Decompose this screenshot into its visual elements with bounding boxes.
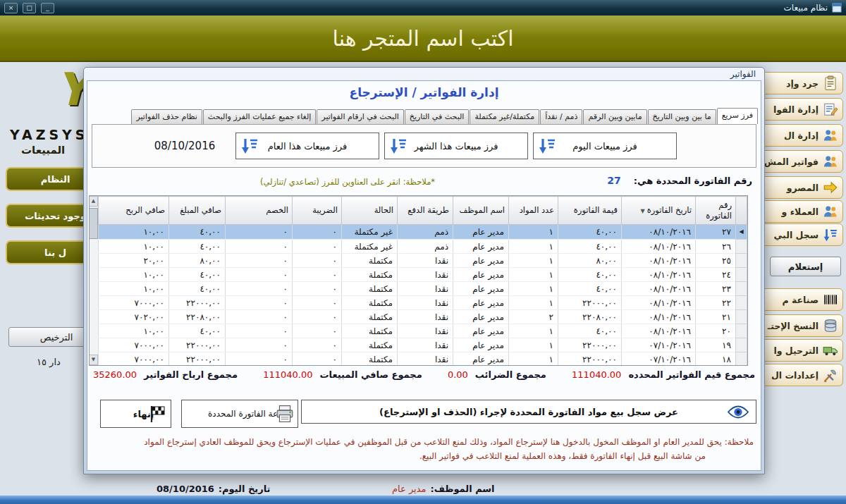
invoice-row[interactable]: ٢١٠٨/١٠/٢٠١٦٢٢٠٨٠,٠٠٢مدير عامنقدامكتملة٠… <box>99 310 747 324</box>
cell: ٠ <box>293 324 342 338</box>
cell: ٤٠,٠٠ <box>558 268 622 282</box>
tab[interactable]: نظام حذف الفواتير <box>131 109 202 124</box>
invoice-row[interactable]: ◀٢٧٠٨/١٠/٢٠١٦٤٠,٠٠١مدير عامذممغير مكتملة… <box>99 225 747 240</box>
column-header[interactable]: صافي المبلغ <box>169 197 226 225</box>
scroll-down-icon[interactable]: ▼ <box>89 355 98 365</box>
close-button[interactable]: × <box>4 3 18 13</box>
tab[interactable]: إلغاء جميع عمليات الفرز والبحث <box>203 109 316 124</box>
inventory-icon <box>823 75 838 91</box>
cell: مدير عام <box>453 338 509 352</box>
cell: ١٨ <box>696 352 736 367</box>
cell: ٠ <box>293 240 342 254</box>
column-header[interactable]: تاريخ الفاتورة▼ <box>622 197 696 225</box>
query-button[interactable]: إستعلام <box>770 257 841 276</box>
dialog-title: الفواتير <box>730 69 756 79</box>
total-label: مجموع صافي المبيعات <box>319 369 422 380</box>
invoice-row[interactable]: ٢٣٠٨/١٠/٢٠١٦٤٠,٠٠١مدير عامنقدامكتملة٠٠٤٠… <box>99 282 747 296</box>
grid-scrollbar[interactable]: ▲ ▼ <box>89 196 98 365</box>
window-controls: ×□_ <box>4 3 54 13</box>
cell: ٠ <box>293 268 342 282</box>
invoice-row[interactable]: ٢٥٠٨/١٠/٢٠١٦٨٠,٠٠١مدير عامنقدامكتملة٠٠٨٠… <box>99 254 747 268</box>
cell: ٢ <box>509 310 558 324</box>
column-header[interactable]: الحالة <box>342 197 398 225</box>
tab[interactable]: مكتملة/غير مكتملة <box>470 109 539 124</box>
column-header[interactable]: رقم الفاتورة <box>696 197 736 225</box>
cell: ٢٢٠٠٠,٠٠ <box>169 338 226 352</box>
date-status: تاريخ اليوم: 08/10/2016 <box>157 484 270 494</box>
cell: مدير عام <box>453 296 509 310</box>
column-header[interactable]: الضريبة <box>293 197 342 225</box>
minimize-button[interactable]: _ <box>41 3 54 13</box>
invoice-row[interactable]: ٢٦٠٨/١٠/٢٠١٦٤٠,٠٠١مدير عامذممغير مكتملة٠… <box>99 240 747 254</box>
scroll-up-icon[interactable]: ▲ <box>89 196 98 207</box>
employee-label: اسم الموظف: <box>430 484 494 494</box>
cell: ٠ <box>226 225 293 240</box>
print-invoice-button[interactable]: طباعة الفاتورة المحددة <box>181 400 298 428</box>
column-header[interactable]: اسم الموظف <box>453 197 509 225</box>
cell: ٠ <box>226 310 293 324</box>
cell: مكتملة <box>342 268 398 282</box>
invoice-row[interactable]: ٢٢٠٨/١٠/٢٠١٦٢٢٠٠٠,٠٠١مدير عامنقدامكتملة٠… <box>99 296 747 310</box>
column-header[interactable]: قيمة الفاتورة <box>558 197 622 225</box>
sidebar-item-label: جرد وإد <box>786 78 819 89</box>
note-line-2: من شاشة البيع قبل إنهاء الفاتورة فقط، وه… <box>94 450 706 464</box>
cell: مدير عام <box>453 282 509 296</box>
tab[interactable]: مابين وبين الرقم <box>583 109 646 124</box>
tab[interactable]: البحث في ارقام الفواتير <box>317 109 404 124</box>
column-header[interactable]: طريقة الدفع <box>398 197 453 225</box>
column-header[interactable]: صافي الربح <box>99 197 169 225</box>
users-icon <box>823 128 838 143</box>
cell: مدير عام <box>453 268 509 282</box>
cell: ٢٢٠٠٠,٠٠ <box>169 352 226 367</box>
sort-month-button[interactable]: فرز مبيعات هذا الشهر <box>384 133 528 159</box>
version-text: دار ١٥ <box>37 357 61 367</box>
row-indicator <box>736 338 747 352</box>
maximize-button[interactable]: □ <box>23 3 36 13</box>
cell: نقدا <box>398 254 453 268</box>
total-group: مجموع الضرائب0.00 <box>448 369 546 380</box>
cell: ٤٠,٠٠ <box>169 268 226 282</box>
cell: مكتملة <box>342 324 398 338</box>
finish-button[interactable]: إنهاء <box>100 400 171 428</box>
scroll-thumb[interactable] <box>89 208 98 239</box>
sort-year-button[interactable]: فرز مبيعات هذا العام <box>235 133 379 159</box>
bottom-bar <box>0 496 846 504</box>
cell: مدير عام <box>453 352 509 367</box>
cell: مدير عام <box>453 310 509 324</box>
tab[interactable]: ما بين وبين التاريخ <box>648 109 716 124</box>
column-header[interactable]: الخصم <box>226 197 293 225</box>
total-value: 35260.00 <box>93 369 137 380</box>
tab[interactable]: فرز سريع <box>717 108 758 124</box>
row-indicator <box>736 282 747 296</box>
tab[interactable]: ذمم / نقداً <box>540 109 582 124</box>
cell: ٢٢٠٠٠,٠٠ <box>558 352 622 367</box>
sales-log-icon <box>823 227 838 242</box>
cell: ٤٠,٠٠ <box>558 282 622 296</box>
sort-arrow-icon: ▼ <box>641 208 645 214</box>
invoice-row[interactable]: ١٨٠٧/١٠/٢٠١٦٢٢٠٠٠,٠٠١مدير عامنقدامكتملة٠… <box>99 352 747 367</box>
row-indicator <box>736 296 747 310</box>
cell: ٧٠٢٠,٠٠ <box>99 310 169 324</box>
printer-icon <box>275 405 295 423</box>
cell: ٢٢ <box>696 296 736 310</box>
cell: ٠ <box>226 324 293 338</box>
cell: ١٠,٠٠ <box>99 225 169 240</box>
sidebar-item-label: سجل البي <box>773 230 819 240</box>
sort-hint: *ملاحظة: انقر على العناوين للفرز (تصاعدي… <box>235 177 460 187</box>
invoice-row[interactable]: ١٩٠٧/١٠/٢٠١٦٢٢٠٠٠,٠٠١مدير عامنقدامكتملة٠… <box>99 338 747 352</box>
invoice-row[interactable]: ٢٠٠٨/١٠/٢٠١٦٤٠,٠٠١مدير عامنقدامكتملة٠٠٤٠… <box>99 324 747 338</box>
view-invoice-log-button[interactable]: عرض سجل بيع مواد الفاتورة المحددة لإجراء… <box>301 400 756 424</box>
column-header[interactable]: عدد المواد <box>509 197 558 225</box>
sort-filter-icon <box>538 137 556 155</box>
cell: ٢٠ <box>696 324 736 338</box>
sort-today-button[interactable]: فرز مبيعات اليوم <box>533 133 677 159</box>
cell: ١ <box>509 254 558 268</box>
cell: مدير عام <box>453 324 509 338</box>
cell: ٠ <box>226 352 293 367</box>
tab[interactable]: البحث في التاريخ <box>405 109 470 124</box>
cell: ١ <box>509 324 558 338</box>
cell: ٢٣ <box>696 282 736 296</box>
invoice-row[interactable]: ٢٤٠٨/١٠/٢٠١٦٤٠,٠٠١مدير عامنقدامكتملة٠٠٤٠… <box>99 268 747 282</box>
cell: ٠ <box>226 254 293 268</box>
cell: ٠٨/١٠/٢٠١٦ <box>622 240 696 254</box>
